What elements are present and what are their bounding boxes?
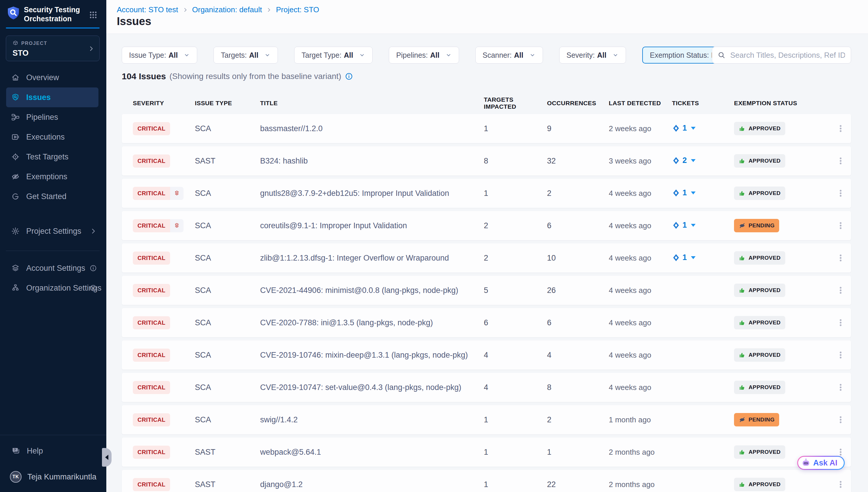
get-started-icon xyxy=(11,192,20,201)
row-menu-button[interactable] xyxy=(835,120,846,137)
sidebar-item-label: Exemptions xyxy=(26,172,67,181)
ticket-link[interactable]: 1 xyxy=(672,221,695,230)
issue-title: CVE-2020-7788: ini@1.3.5 (lang-pkgs, nod… xyxy=(260,318,484,327)
last-detected: 4 weeks ago xyxy=(609,351,672,360)
row-menu-button[interactable] xyxy=(835,185,846,201)
sidebar-item-project-settings[interactable]: Project Settings xyxy=(0,221,106,241)
row-menu-button[interactable] xyxy=(835,250,846,266)
chevron-down-icon xyxy=(529,52,536,58)
table-row[interactable]: CRITICAL SCA CVE-2021-44906: minimist@0.… xyxy=(122,276,851,305)
cube-icon xyxy=(12,40,18,46)
search-input[interactable] xyxy=(730,50,846,60)
sto-shield-logo-icon xyxy=(6,6,20,21)
row-menu-button[interactable] xyxy=(835,217,846,234)
occurrences: 8 xyxy=(547,383,609,392)
last-detected: 4 weeks ago xyxy=(609,253,672,263)
table-row[interactable]: CRITICAL SCA coreutils@9.1-1: Improper I… xyxy=(122,211,851,240)
ticket-caret-icon[interactable] xyxy=(691,159,695,162)
project-selector[interactable]: PROJECT STO xyxy=(6,35,100,61)
issue-title: bassmaster//1.2.0 xyxy=(260,124,484,133)
ticket-caret-icon[interactable] xyxy=(691,127,695,130)
table-row[interactable]: CRITICAL SCA gnutls28@3.7.9-2+deb12u5: I… xyxy=(122,179,851,208)
row-menu-button[interactable] xyxy=(835,412,846,428)
ticket-link[interactable]: 1 xyxy=(672,124,695,132)
exemption-badge: APPROVED xyxy=(734,348,785,362)
sidebar-item-overview[interactable]: Overview xyxy=(0,68,106,88)
table-row[interactable]: CRITICAL SCA CVE-2019-10747: set-value@0… xyxy=(122,373,851,402)
info-icon[interactable] xyxy=(89,284,97,292)
sidebar-item-exemptions[interactable]: Exemptions xyxy=(0,167,106,187)
table-row[interactable]: CRITICAL SCA zlib@1:1.2.13.dfsg-1: Integ… xyxy=(122,243,851,272)
filter-targets[interactable]: Targets All xyxy=(213,47,278,64)
targets-impacted: 4 xyxy=(484,351,547,360)
ticket-caret-icon[interactable] xyxy=(691,256,695,259)
last-detected: 2 months ago xyxy=(609,448,672,457)
table-row[interactable]: CRITICAL SCA swig//1.4.2 1 2 1 month ago xyxy=(122,405,851,434)
table-row[interactable]: CRITICAL SCA CVE-2019-10746: mixin-deep@… xyxy=(122,340,851,370)
user-menu[interactable]: TK Teja Kummarikuntla xyxy=(0,468,106,486)
last-detected: 2 weeks ago xyxy=(609,124,672,133)
occurrences: 6 xyxy=(547,318,609,327)
occurrences: 10 xyxy=(547,253,609,263)
col-targets-impacted: TARGETS IMPACTED xyxy=(484,96,547,110)
project-name: STO xyxy=(12,49,29,58)
issue-title: zlib@1:1.2.13.dfsg-1: Integer Overflow o… xyxy=(260,253,484,263)
sidebar-item-account-settings[interactable]: Account Settings xyxy=(0,258,106,278)
table-row[interactable]: CRITICAL SAST webpack@5.64.1 1 1 2 month… xyxy=(122,438,851,467)
ticket-link[interactable]: 2 xyxy=(672,156,695,165)
severity-badge: CRITICAL xyxy=(133,478,170,491)
table-row[interactable]: CRITICAL SCA bassmaster//1.2.0 1 9 2 wee… xyxy=(122,114,851,143)
sidebar-item-pipelines[interactable]: Pipelines xyxy=(0,107,106,127)
sidebar-item-issues[interactable]: Issues xyxy=(6,88,99,107)
last-detected: 2 months ago xyxy=(609,480,672,489)
ticket-link[interactable]: 1 xyxy=(672,188,695,197)
org-chart-icon xyxy=(11,284,20,292)
row-menu-button[interactable] xyxy=(835,153,846,169)
row-menu-button[interactable] xyxy=(835,315,846,331)
row-menu-button[interactable] xyxy=(835,379,846,395)
exemption-badge: APPROVED xyxy=(734,284,785,297)
row-menu-button[interactable] xyxy=(835,347,846,363)
row-menu-button[interactable] xyxy=(835,282,846,298)
ticket-caret-icon[interactable] xyxy=(691,224,695,227)
info-icon[interactable] xyxy=(89,264,97,272)
sidebar-collapse-handle[interactable] xyxy=(102,448,111,467)
table-row[interactable]: CRITICAL SAST B324: hashlib 8 32 3 weeks… xyxy=(122,146,851,175)
issue-type: SAST xyxy=(195,480,260,489)
avatar: TK xyxy=(10,471,22,483)
chevron-right-icon xyxy=(182,7,188,13)
filter-scanner[interactable]: Scanner All xyxy=(475,47,543,64)
eye-off-icon xyxy=(11,172,20,181)
filter-target-type[interactable]: Target Type All xyxy=(294,47,372,64)
filter-severity[interactable]: Severity All xyxy=(559,47,626,64)
info-icon[interactable] xyxy=(345,72,353,80)
issue-type: SCA xyxy=(195,221,260,230)
module-grid-icon[interactable] xyxy=(89,10,98,19)
filter-pipelines[interactable]: Pipelines All xyxy=(389,47,459,64)
filter-issue-type[interactable]: Issue Type All xyxy=(122,47,197,64)
row-menu-button[interactable] xyxy=(835,476,846,492)
sidebar-item-test-targets[interactable]: Test Targets xyxy=(0,147,106,167)
occurrences: 26 xyxy=(547,286,609,295)
help-button[interactable]: ? Help xyxy=(0,441,106,461)
ticket-link[interactable]: 1 xyxy=(672,253,695,262)
targets-impacted: 5 xyxy=(484,286,547,295)
occurrences: 1 xyxy=(547,448,609,457)
svg-text:?: ? xyxy=(14,448,16,451)
table-row[interactable]: CRITICAL SCA CVE-2020-7788: ini@1.3.5 (l… xyxy=(122,308,851,337)
last-detected: 4 weeks ago xyxy=(609,221,672,230)
sidebar-item-organization-settings[interactable]: Organization Settings xyxy=(0,278,106,298)
col-tickets: TICKETS xyxy=(672,100,734,107)
breadcrumb-project-link[interactable]: Project: STO xyxy=(276,5,319,14)
table-row[interactable]: CRITICAL SAST django@1.2 1 22 2 months a… xyxy=(122,470,851,492)
breadcrumb-account-link[interactable]: Account: STO test xyxy=(117,5,178,14)
play-square-icon xyxy=(11,132,20,141)
ticket-caret-icon[interactable] xyxy=(691,192,695,194)
issue-title: webpack@5.64.1 xyxy=(260,448,484,457)
gear-icon xyxy=(11,227,20,236)
sidebar-item-executions[interactable]: Executions xyxy=(0,127,106,147)
ask-ai-button[interactable]: Ask AI xyxy=(797,456,845,470)
sidebar-item-get-started[interactable]: Get Started xyxy=(0,187,106,206)
issue-title: B324: hashlib xyxy=(260,156,484,166)
breadcrumb-organization-link[interactable]: Organization: default xyxy=(192,5,262,14)
